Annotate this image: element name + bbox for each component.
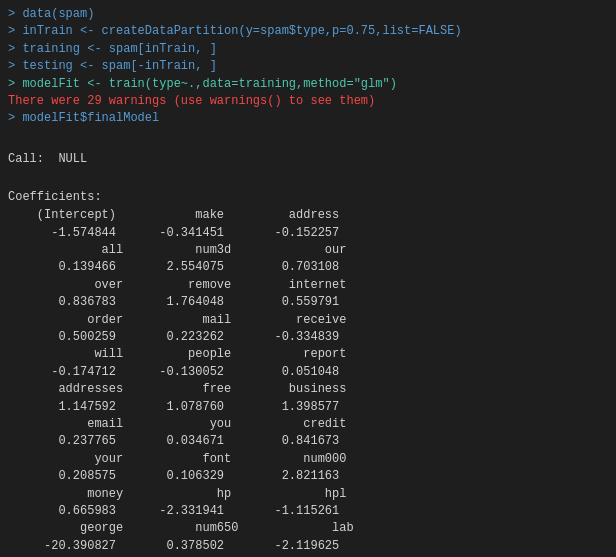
- coeff-row: addresses free business: [8, 381, 608, 398]
- coeff-header: Coefficients:: [8, 187, 608, 207]
- call-label: Call: NULL: [8, 149, 608, 169]
- coeff-row: 0.665983 -2.331941 -1.115261: [8, 503, 608, 520]
- console-line: > data(spam): [8, 6, 608, 23]
- coeff-row: 0.208575 0.106329 2.821163: [8, 468, 608, 485]
- coeff-row: 0.500259 0.223262 -0.334839: [8, 329, 608, 346]
- coeff-row: 0.237765 0.034671 0.841673: [8, 433, 608, 450]
- coeff-row: 0.139466 2.554075 0.703108: [8, 259, 608, 276]
- coeff-row: email you credit: [8, 416, 608, 433]
- coeff-row: 1.147592 1.078760 1.398577: [8, 399, 608, 416]
- coeff-row: -20.390827 0.378502 -2.119625: [8, 538, 608, 555]
- coeff-row: george num650 lab: [8, 520, 608, 537]
- console-line: > modelFit <- train(type~.,data=training…: [8, 76, 608, 93]
- coeff-row: money hp hpl: [8, 486, 608, 503]
- coeff-row: -0.174712 -0.130052 0.051048: [8, 364, 608, 381]
- coeff-row: your font num000: [8, 451, 608, 468]
- console-line: > training <- spam[inTrain, ]: [8, 41, 608, 58]
- console-line: > modelFit$finalModel: [8, 110, 608, 127]
- console-line: > testing <- spam[-inTrain, ]: [8, 58, 608, 75]
- coefficients-table: (Intercept) make address -1.574844 -0.34…: [8, 207, 608, 557]
- coeff-row: -1.574844 -0.341451 -0.152257: [8, 225, 608, 242]
- console-line: There were 29 warnings (use warnings() t…: [8, 93, 608, 110]
- blank-line: [8, 132, 608, 149]
- coeff-row: 0.836783 1.764048 0.559791: [8, 294, 608, 311]
- coeff-row: will people report: [8, 346, 608, 363]
- coeff-row: over remove internet: [8, 277, 608, 294]
- coeff-row: all num3d our: [8, 242, 608, 259]
- coeff-row: (Intercept) make address: [8, 207, 608, 224]
- console-output: > data(spam)> inTrain <- createDataParti…: [8, 6, 608, 557]
- coeff-row: order mail receive: [8, 312, 608, 329]
- blank-line2: [8, 170, 608, 187]
- console-line: > inTrain <- createDataPartition(y=spam$…: [8, 23, 608, 40]
